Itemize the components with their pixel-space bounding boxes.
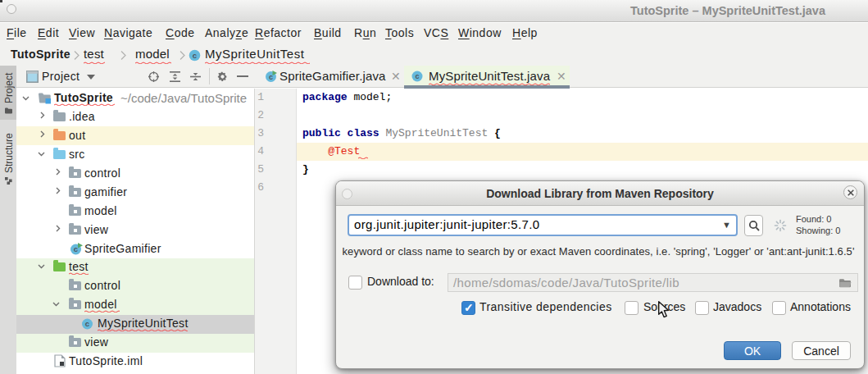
svg-text:c: c xyxy=(85,319,89,328)
svg-text:c: c xyxy=(415,72,419,80)
svg-text:c: c xyxy=(269,73,273,81)
svg-text:c: c xyxy=(193,51,197,60)
svg-text:c: c xyxy=(74,244,78,253)
